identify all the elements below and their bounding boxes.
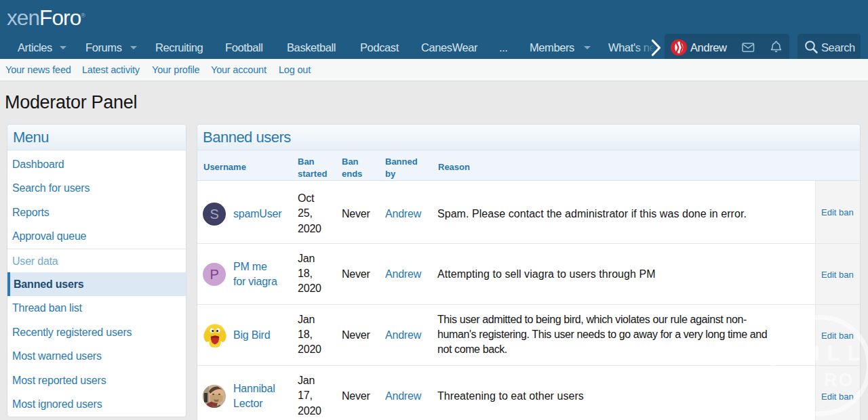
svg-text:S: S <box>210 207 218 222</box>
svg-text:P: P <box>210 266 218 281</box>
